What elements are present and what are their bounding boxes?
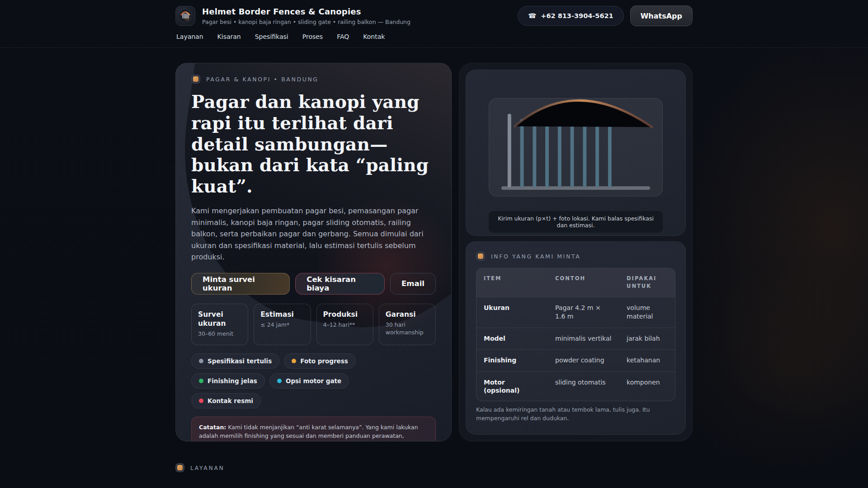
illustration-panel: Kirim ukuran (p×t) + foto lokasi. Kami b… bbox=[466, 70, 686, 236]
cell-item: Ukuran bbox=[476, 297, 548, 328]
main-nav: Layanan Kisaran Spesifikasi Proses FAQ K… bbox=[175, 33, 693, 40]
hero-title: Pagar dan kanopi yang rapi itu terlihat … bbox=[191, 91, 436, 197]
phone-button[interactable]: ☎ +62 813-3904-5621 bbox=[518, 6, 623, 26]
cell-item: Finishing bbox=[476, 350, 548, 372]
hero-eyebrow-label: PAGAR & KANOPI • BANDUNG bbox=[206, 76, 319, 83]
nav-link-proses[interactable]: Proses bbox=[302, 33, 323, 40]
stat-value: ≤ 24 jam* bbox=[260, 321, 304, 329]
brand-subtitle: Pagar besi • kanopi baja ringan • slidin… bbox=[202, 19, 410, 25]
badge-dot-icon bbox=[292, 359, 296, 363]
note-text: Kami tidak menjanjikan “anti karat selam… bbox=[199, 424, 418, 441]
nav-link-layanan[interactable]: Layanan bbox=[176, 33, 203, 40]
cta-email-button[interactable]: Email bbox=[390, 273, 436, 295]
badge-spesifikasi-tertulis: Spesifikasi tertulis bbox=[191, 353, 279, 369]
section-marker-icon bbox=[476, 252, 485, 261]
brand-title: Helmet Border Fences & Canopies bbox=[202, 7, 410, 16]
badge-finishing-jelas: Finishing jelas bbox=[191, 373, 265, 389]
badge-kontak-resmi: Kontak resmi bbox=[191, 393, 261, 408]
nav-link-spesifikasi[interactable]: Spesifikasi bbox=[255, 33, 288, 40]
hero-eyebrow: PAGAR & KANOPI • BANDUNG bbox=[191, 75, 436, 84]
badge-dot-icon bbox=[199, 399, 203, 403]
cell-dipakai: volume material bbox=[619, 297, 675, 328]
fence-illustration-graphic bbox=[489, 95, 662, 196]
info-eyebrow-label: INFO YANG KAMI MINTA bbox=[491, 253, 580, 260]
fence-canopy-illustration bbox=[489, 98, 663, 197]
badge-label: Spesifikasi tertulis bbox=[208, 357, 272, 365]
illustration-caption: Kirim ukuran (p×t) + foto lokasi. Kami b… bbox=[489, 211, 663, 233]
badge-dot-icon bbox=[277, 379, 282, 383]
fence-canopy-logo-icon bbox=[175, 6, 195, 26]
stat-value: 30 hari workmanship bbox=[386, 321, 429, 337]
nav-link-kontak[interactable]: Kontak bbox=[363, 33, 385, 40]
table-row: Motor (opsional) sliding otomatis kompon… bbox=[476, 371, 675, 401]
stat-card-garansi: Garansi 30 hari workmanship bbox=[379, 304, 436, 345]
badge-foto-progress: Foto progress bbox=[284, 353, 356, 369]
stat-title: Survei ukuran bbox=[198, 310, 241, 328]
services-section: LAYANAN bbox=[175, 463, 693, 472]
brand-logo[interactable]: Helmet Border Fences & Canopies Pagar be… bbox=[175, 6, 410, 26]
cell-dipakai: jarak bilah bbox=[619, 328, 675, 350]
badge-dot-icon bbox=[199, 359, 203, 363]
badge-label: Kontak resmi bbox=[208, 397, 253, 404]
badge-label: Finishing jelas bbox=[208, 377, 257, 385]
stats-row: Survei ukuran 30–60 menit Estimasi ≤ 24 … bbox=[191, 304, 436, 345]
info-footnote: Kalau ada kemiringan tanah atau tembok l… bbox=[476, 406, 675, 423]
info-table: ITEM CONTOH DIPAKAI UNTUK Ukuran Pagar 4… bbox=[476, 268, 675, 401]
column-header-contoh: CONTOH bbox=[548, 268, 619, 297]
stat-card-produksi: Produksi 4–12 hari** bbox=[316, 304, 373, 345]
stat-title: Garansi bbox=[386, 310, 429, 319]
section-marker-icon bbox=[175, 463, 184, 472]
cell-item: Motor (opsional) bbox=[476, 371, 548, 401]
phone-number: +62 813-3904-5621 bbox=[541, 12, 613, 19]
stat-title: Produksi bbox=[323, 310, 367, 319]
cell-item: Model bbox=[476, 328, 548, 350]
table-row: Model minimalis vertikal jarak bilah bbox=[476, 328, 675, 350]
nav-link-faq[interactable]: FAQ bbox=[337, 33, 349, 40]
stat-card-estimasi: Estimasi ≤ 24 jam* bbox=[254, 304, 311, 345]
cta-survey-button[interactable]: Minta survei ukuran bbox=[191, 273, 290, 295]
badge-opsi-motor-gate: Opsi motor gate bbox=[269, 373, 349, 389]
column-header-item: ITEM bbox=[476, 268, 548, 297]
hero-card: PAGAR & KANOPI • BANDUNG Pagar dan kanop… bbox=[175, 63, 452, 441]
column-header-dipakai: DIPAKAI UNTUK bbox=[619, 268, 675, 297]
section-marker-icon bbox=[191, 75, 200, 84]
note-label: Catatan: bbox=[199, 424, 226, 431]
aside-column: Kirim ukuran (p×t) + foto lokasi. Kami b… bbox=[459, 63, 693, 441]
nav-link-kisaran[interactable]: Kisaran bbox=[217, 33, 241, 40]
cell-dipakai: komponen bbox=[619, 371, 675, 401]
table-row: Ukuran Pagar 4.2 m × 1.6 m volume materi… bbox=[476, 297, 675, 328]
stat-card-survei: Survei ukuran 30–60 menit bbox=[191, 304, 248, 345]
services-eyebrow: LAYANAN bbox=[175, 463, 693, 472]
page: Helmet Border Fences & Canopies Pagar be… bbox=[0, 0, 868, 488]
badge-label: Opsi motor gate bbox=[286, 377, 341, 385]
site-header: Helmet Border Fences & Canopies Pagar be… bbox=[0, 0, 868, 48]
cell-contoh: sliding otomatis bbox=[548, 371, 619, 401]
stat-value: 4–12 hari** bbox=[323, 321, 367, 329]
cta-cost-button[interactable]: Cek kisaran biaya bbox=[295, 273, 385, 295]
cta-row: Minta survei ukuran Cek kisaran biaya Em… bbox=[191, 273, 436, 295]
phone-icon: ☎ bbox=[528, 12, 536, 19]
cell-contoh: Pagar 4.2 m × 1.6 m bbox=[548, 297, 619, 328]
whatsapp-button[interactable]: WhatsApp bbox=[630, 5, 693, 26]
cell-contoh: minimalis vertikal bbox=[548, 328, 619, 350]
info-eyebrow: INFO YANG KAMI MINTA bbox=[476, 252, 675, 261]
hero-description: Kami mengerjakan pembuatan pagar besi, p… bbox=[191, 205, 436, 263]
stat-value: 30–60 menit bbox=[198, 330, 241, 338]
table-header-row: ITEM CONTOH DIPAKAI UNTUK bbox=[476, 268, 675, 297]
cell-contoh: powder coating bbox=[548, 350, 619, 372]
badge-label: Foto progress bbox=[300, 357, 348, 365]
table-row: Finishing powder coating ketahanan bbox=[476, 350, 675, 372]
note-box: Catatan: Kami tidak menjanjikan “anti ka… bbox=[191, 417, 436, 441]
main-content: PAGAR & KANOPI • BANDUNG Pagar dan kanop… bbox=[175, 63, 693, 441]
info-panel: INFO YANG KAMI MINTA ITEM CONTOH DIPAKAI… bbox=[466, 241, 686, 435]
badge-dot-icon bbox=[199, 379, 203, 383]
stat-title: Estimasi bbox=[260, 310, 304, 319]
badges-row: Spesifikasi tertulis Foto progress Finis… bbox=[191, 353, 404, 408]
cell-dipakai: ketahanan bbox=[619, 350, 675, 372]
services-eyebrow-label: LAYANAN bbox=[190, 465, 225, 471]
